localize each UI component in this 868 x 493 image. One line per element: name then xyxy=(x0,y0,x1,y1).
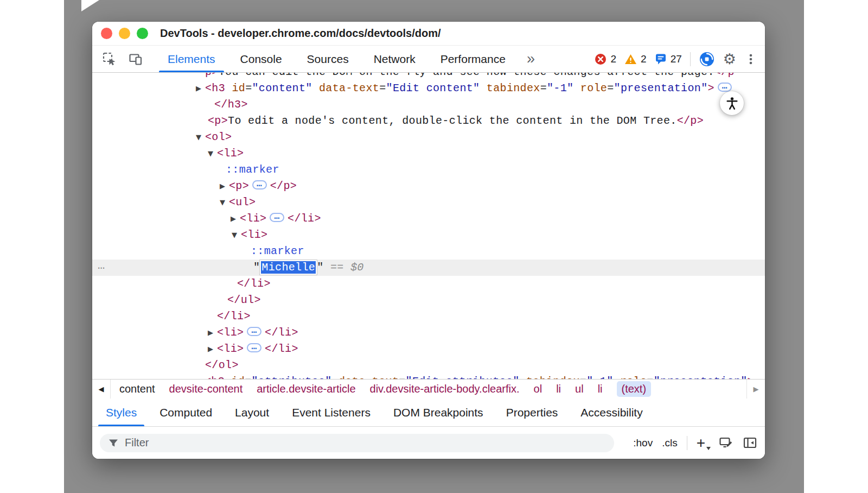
more-tabs-button[interactable]: » xyxy=(518,46,544,72)
collapse-arrow-icon[interactable]: ▼ xyxy=(230,227,239,243)
sidebar-tab-layout[interactable]: Layout xyxy=(224,399,280,426)
close-window-button[interactable] xyxy=(101,28,112,39)
sidebar-tab-computed[interactable]: Computed xyxy=(148,399,224,426)
breadcrumb-item[interactable]: ol xyxy=(534,383,542,395)
dom-tree-row[interactable]: ▼<li> xyxy=(92,227,765,243)
tab-sources[interactable]: Sources xyxy=(295,46,361,72)
sidebar-tab-dom-breakpoints[interactable]: DOM Breakpoints xyxy=(382,399,495,426)
inline-expand-button[interactable]: … xyxy=(247,327,261,336)
dom-token-tag: <ol> xyxy=(205,131,232,143)
sidebar-tab-styles[interactable]: Styles xyxy=(94,399,148,426)
tab-elements[interactable]: Elements xyxy=(155,46,228,72)
element-classes-button[interactable]: .cls xyxy=(662,437,678,449)
expand-arrow-icon[interactable]: ▶ xyxy=(206,341,215,357)
dom-token-tag: <li> xyxy=(217,147,244,160)
window-title: DevTools - developer.chrome.com/docs/dev… xyxy=(160,27,441,40)
traffic-lights xyxy=(101,28,148,39)
expand-arrow-icon[interactable]: ▶ xyxy=(218,178,227,194)
tab-network[interactable]: Network xyxy=(361,46,428,72)
inline-expand-button[interactable]: … xyxy=(247,343,261,352)
dom-token-attr: id xyxy=(225,82,245,94)
filter-input-container[interactable] xyxy=(100,434,614,452)
dom-tree-row[interactable]: …"Michelle" == $0 xyxy=(92,260,765,276)
sidebar-tab-event-listeners[interactable]: Event Listeners xyxy=(280,399,382,426)
kebab-menu-icon[interactable] xyxy=(744,53,757,66)
expand-arrow-icon[interactable]: ▶ xyxy=(194,80,203,97)
inline-expand-button[interactable]: … xyxy=(718,83,732,92)
sidebar-tab-accessibility[interactable]: Accessibility xyxy=(569,399,654,426)
filter-input[interactable] xyxy=(125,437,607,449)
dom-token-tag: <h3 xyxy=(205,375,225,379)
inline-expand-button[interactable]: … xyxy=(270,213,284,222)
accessibility-overlay-button[interactable] xyxy=(720,91,744,115)
dom-token-tag: <p> xyxy=(229,180,249,192)
sidebar-toggle-icon[interactable] xyxy=(743,435,757,450)
dom-tree-row[interactable]: ▶<li>…</li> xyxy=(92,211,765,227)
zoom-window-button[interactable] xyxy=(137,28,148,39)
issues-badge[interactable]: 27 xyxy=(655,53,682,65)
inspect-element-icon[interactable] xyxy=(102,52,117,66)
dom-token-val: "Edit attributes" xyxy=(406,375,520,379)
dom-token-attr: role xyxy=(614,375,647,379)
dom-tree-row[interactable]: ▶<li>…</li> xyxy=(92,325,765,341)
dom-token-tag: p> xyxy=(205,73,219,78)
sidebar-tab-properties[interactable]: Properties xyxy=(495,399,570,426)
selected-text: Michelle xyxy=(261,261,316,274)
inline-text-editor[interactable]: Michelle xyxy=(260,260,317,275)
expand-arrow-icon[interactable]: ▶ xyxy=(194,374,202,379)
breadcrumb-item[interactable]: div.devsite-article-body.clearfix. xyxy=(370,383,520,395)
dom-tree-row[interactable]: </ul> xyxy=(92,292,765,308)
collapse-arrow-icon[interactable]: ▼ xyxy=(206,146,215,162)
breadcrumb-item[interactable]: article.devsite-article xyxy=(257,383,355,395)
expand-arrow-icon[interactable]: ▶ xyxy=(229,211,238,227)
breadcrumb-item[interactable]: ul xyxy=(575,383,584,395)
breadcrumb-item[interactable]: content xyxy=(119,383,155,395)
dom-tree: p>You can edit the DOM on the fly and se… xyxy=(92,73,765,379)
dom-tree-row[interactable]: ▼<ul> xyxy=(92,194,765,211)
collapse-arrow-icon[interactable]: ▼ xyxy=(218,194,227,211)
dom-token-tag: </li> xyxy=(288,212,321,225)
tab-console[interactable]: Console xyxy=(228,46,295,72)
dom-token-attr: tabindex xyxy=(520,375,580,379)
breadcrumb-item[interactable]: (text) xyxy=(617,381,652,397)
minimize-window-button[interactable] xyxy=(119,28,130,39)
dom-tree-row[interactable]: </li> xyxy=(92,276,765,292)
dom-token-text: You can edit the DOM on the fly and see … xyxy=(219,73,714,78)
tab-performance[interactable]: Performance xyxy=(428,46,518,72)
dom-tree-row[interactable]: ▶<h3 id="attributes" data-text="Edit att… xyxy=(92,374,765,379)
inline-expand-button[interactable]: … xyxy=(252,180,267,189)
dom-tree-row[interactable]: <p>To edit a node's content, double-clic… xyxy=(92,113,765,129)
dom-tree-row[interactable]: ::marker xyxy=(92,243,765,260)
error-badge[interactable]: 2 xyxy=(595,53,616,65)
font-editor-icon[interactable] xyxy=(719,435,733,450)
dom-tree-row[interactable]: ▶<h3 id="content" data-text="Edit conten… xyxy=(92,80,765,97)
device-toolbar-icon[interactable] xyxy=(129,52,143,66)
expand-arrow-icon[interactable]: ▶ xyxy=(206,325,215,341)
dom-token-val: "-1" xyxy=(547,82,573,94)
dom-token-attr: data-text xyxy=(332,375,399,379)
settings-gear-icon[interactable]: ⚙ xyxy=(723,52,736,66)
dom-tree-row[interactable]: p>You can edit the DOM on the fly and se… xyxy=(92,73,765,80)
breadcrumb-scroll-left-button[interactable]: ◀ xyxy=(92,380,111,399)
warning-badge[interactable]: 2 xyxy=(624,53,647,65)
sync-icon[interactable] xyxy=(699,51,715,67)
dom-token-text: To edit a node's content, double-click t… xyxy=(228,115,677,127)
node-options-dots-icon[interactable]: … xyxy=(98,258,105,274)
dom-tree-row[interactable]: ▼<ol> xyxy=(92,129,765,146)
dom-tree-row[interactable]: ::marker xyxy=(92,162,765,178)
collapse-arrow-icon[interactable]: ▼ xyxy=(194,129,203,146)
clipped-dom-row: p>You can edit the DOM on the fly and se… xyxy=(92,73,765,80)
breadcrumb-scroll-right-button[interactable]: ▶ xyxy=(746,380,765,399)
new-style-rule-button[interactable]: + xyxy=(697,435,710,451)
breadcrumb-item[interactable]: li xyxy=(598,383,603,395)
dom-tree-row[interactable]: ▶<li>…</li> xyxy=(92,341,765,357)
dom-tree-row[interactable]: </ol> xyxy=(92,357,765,374)
dom-tree-row[interactable]: </h3> xyxy=(92,97,765,113)
dom-tree-row[interactable]: ▶<p>…</p> xyxy=(92,178,765,194)
dom-tree-row[interactable]: </li> xyxy=(92,308,765,325)
toggle-element-state-button[interactable]: :hov xyxy=(633,437,653,449)
dom-tree-row[interactable]: ▼<li> xyxy=(92,146,765,162)
breadcrumb-item[interactable]: li xyxy=(556,383,561,395)
styles-filter-bar: :hov .cls + xyxy=(92,427,765,459)
breadcrumb-item[interactable]: devsite-content xyxy=(169,383,243,395)
